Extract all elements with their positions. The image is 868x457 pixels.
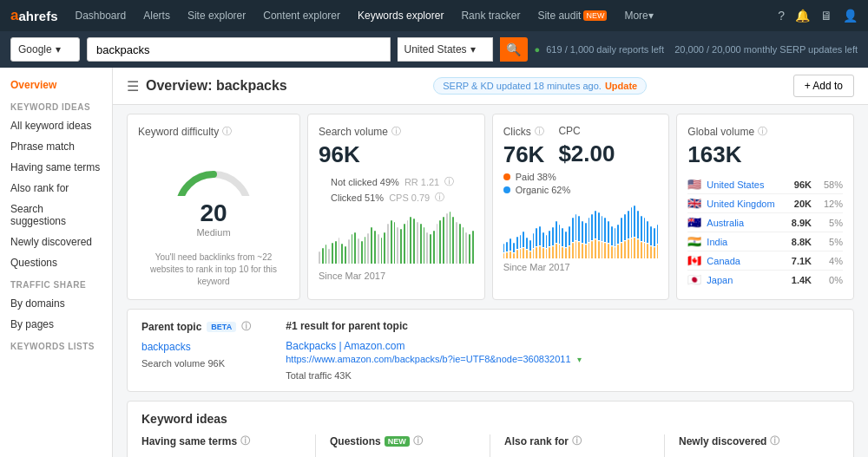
kw-row: ebags 202,000 <box>504 453 650 457</box>
rr-info-icon[interactable]: ⓘ <box>444 175 454 188</box>
paid-bar-fill <box>556 244 557 258</box>
sv-bar-fill <box>332 243 333 264</box>
sv-bar <box>437 210 438 264</box>
sv-bar-fill <box>319 251 320 264</box>
sv-bar <box>459 210 461 264</box>
add-to-button[interactable]: + Add to <box>793 75 854 97</box>
nav-dashboard[interactable]: Dashboard <box>69 0 134 31</box>
paid-bar-fill <box>602 242 603 258</box>
parent-info-icon[interactable]: ⓘ <box>241 320 251 333</box>
organic-bar-fill <box>644 218 646 242</box>
country-row: 🇦🇺 Australia 8.9K 5% <box>687 213 843 232</box>
hamburger-icon[interactable]: ☰ <box>127 78 139 95</box>
search-input[interactable] <box>87 37 391 62</box>
organic-bar-fill <box>585 223 587 244</box>
sv-bar-fill <box>404 224 405 264</box>
sv-bar-fill <box>450 212 451 264</box>
result-arrow-icon[interactable]: ▾ <box>577 355 582 364</box>
kw-col-info-icon[interactable]: ⓘ <box>770 434 779 447</box>
sidebar-item-by-domains[interactable]: By domains <box>0 293 112 314</box>
bell-icon[interactable]: 🔔 <box>795 9 810 23</box>
nav-more[interactable]: More ▾ <box>617 0 660 31</box>
engine-select[interactable]: Google ▾ <box>10 37 80 62</box>
cps-info-icon[interactable]: ⓘ <box>435 191 444 204</box>
sidebar-item-overview[interactable]: Overview <box>0 75 112 95</box>
sv-bar <box>326 210 327 264</box>
paid-bar-fill <box>578 242 580 258</box>
clicks-info-icon[interactable]: ⓘ <box>535 125 544 138</box>
beta-badge: BETA <box>207 322 236 332</box>
nav-rank-tracker[interactable]: Rank tracker <box>454 0 527 31</box>
sidebar-item-phrase-match[interactable]: Phrase match <box>0 136 112 157</box>
sv-info-icon[interactable]: ⓘ <box>391 125 401 138</box>
search-volume-card: Search volume ⓘ 96K Not clicked 49% RR 1… <box>307 114 485 300</box>
sv-bar <box>319 210 320 264</box>
country-select[interactable]: United States ▾ <box>398 37 493 62</box>
sidebar-item-newly-discovered[interactable]: Newly discovered <box>0 232 112 252</box>
organic-bar-fill <box>604 218 606 242</box>
sidebar-item-having-same-terms[interactable]: Having same terms <box>0 157 112 178</box>
user-icon[interactable]: 👤 <box>843 9 858 23</box>
sidebar-item-questions[interactable]: Questions <box>0 252 112 273</box>
paid-bullet <box>503 173 510 180</box>
paid-bar-fill <box>647 244 648 258</box>
sv-bar <box>424 210 425 264</box>
clicks-bar <box>634 198 635 258</box>
total-traffic-meta: Total traffic 43K <box>286 370 582 381</box>
country-name-link[interactable]: India <box>707 237 791 247</box>
sidebar-section-keywords-lists: KEYWORDS LISTS <box>0 335 112 355</box>
gauge-label: Medium <box>196 227 230 238</box>
help-icon[interactable]: ? <box>778 9 785 23</box>
sidebar-item-search-suggestions[interactable]: Search suggestions <box>0 199 112 232</box>
country-name-link[interactable]: Japan <box>707 275 791 285</box>
organic-bar-fill <box>578 216 580 241</box>
paid-bar-fill <box>631 238 633 258</box>
clicks-bar <box>647 198 648 258</box>
kd-info-icon[interactable]: ⓘ <box>222 125 232 138</box>
sv-bar-fill <box>354 232 356 264</box>
sv-bar-fill <box>374 231 376 264</box>
sidebar-item-also-rank-for[interactable]: Also rank for <box>0 178 112 199</box>
organic-bar-fill <box>647 221 648 243</box>
nav-content-explorer[interactable]: Content explorer <box>256 0 347 31</box>
kw-col-info-icon[interactable]: ⓘ <box>572 434 582 447</box>
sidebar-item-by-pages[interactable]: By pages <box>0 314 112 335</box>
result-link[interactable]: Backpacks | Amazon.com <box>286 340 404 352</box>
country-name-link[interactable]: Canada <box>707 256 791 266</box>
monitor-icon[interactable]: 🖥 <box>820 9 832 23</box>
keyword-difficulty-card: Keyword difficulty ⓘ 20 Medium <box>127 114 300 300</box>
nav-alerts[interactable]: Alerts <box>136 0 177 31</box>
sidebar-item-all-keyword-ideas[interactable]: All keyword ideas <box>0 115 112 136</box>
kw-col-info-icon[interactable]: ⓘ <box>413 434 423 447</box>
country-pct: 5% <box>819 237 843 247</box>
country-row: 🇯🇵 Japan 1.4K 0% <box>687 271 843 289</box>
country-name-link[interactable]: United States <box>707 180 793 190</box>
parent-topic-meta: Search volume 96K <box>141 358 251 369</box>
sv-bar <box>433 210 435 264</box>
country-name-link[interactable]: Australia <box>707 218 791 228</box>
parent-topic-link[interactable]: backpacks <box>141 341 191 353</box>
search-button[interactable]: 🔍 <box>500 37 528 62</box>
nav-site-audit[interactable]: Site audit NEW <box>530 0 614 31</box>
clicks-bar <box>628 198 629 258</box>
paid-bar-fill <box>585 245 587 258</box>
site-audit-badge: NEW <box>583 10 607 21</box>
nav-site-explorer[interactable]: Site explorer <box>181 0 253 31</box>
country-count: 7.1K <box>792 256 812 266</box>
sv-bar-fill <box>469 234 470 264</box>
country-name-link[interactable]: United Kingdom <box>707 199 793 209</box>
gv-info-icon[interactable]: ⓘ <box>758 125 767 138</box>
clicks-bar <box>578 198 580 258</box>
kw-col-info-icon[interactable]: ⓘ <box>240 434 250 447</box>
paid-bar-fill <box>539 246 541 258</box>
update-link[interactable]: Update <box>605 81 637 91</box>
sv-bar <box>361 210 363 264</box>
result-url[interactable]: https://www.amazon.com/backpacks/b?ie=UT… <box>286 354 570 364</box>
sv-bar <box>463 210 464 264</box>
paid-bar-fill <box>582 244 583 258</box>
sv-bar <box>465 210 467 264</box>
logo[interactable]: a ahrefs <box>10 7 58 24</box>
clicks-bar <box>595 198 596 258</box>
nav-keywords-explorer[interactable]: Keywords explorer <box>351 0 450 31</box>
cards-row: Keyword difficulty ⓘ 20 Medium <box>113 105 868 309</box>
